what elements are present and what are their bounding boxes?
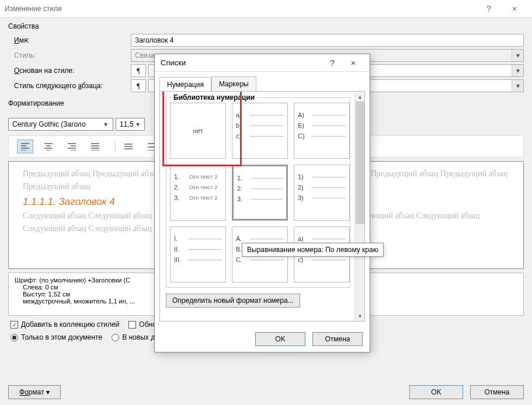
help-button[interactable]: ?: [476, 0, 502, 18]
lists-ok-button[interactable]: OK: [255, 332, 305, 346]
chevron-down-icon: ▾: [512, 50, 523, 61]
name-label: Имя:: [8, 36, 131, 44]
define-new-format-button[interactable]: Определить новый формат номера...: [166, 294, 300, 308]
only-this-doc-radio[interactable]: Только в этом документе: [11, 333, 102, 341]
lists-buttons: OK Отмена: [155, 326, 370, 352]
chevron-down-icon: ▾: [133, 120, 142, 128]
tooltip: Выравнивание номера: По левому краю: [242, 243, 384, 257]
scroll-down-icon[interactable]: ▾: [355, 311, 364, 321]
num-option-abc-paren[interactable]: a) b) c): [232, 103, 288, 159]
lists-tabs: Нумерация Маркеры: [155, 72, 370, 91]
lists-tabpanel: Библиотека нумерации нет a) b) c) A) Б) …: [159, 91, 365, 322]
num-option-123-dot[interactable]: 1. 2. 3.: [232, 165, 288, 221]
chevron-down-icon: ▾: [512, 65, 523, 76]
name-input[interactable]: Заголовок 4: [131, 34, 524, 47]
add-to-gallery-checkbox[interactable]: ✓Добавить в коллекцию стилей: [11, 320, 119, 329]
num-option-123-paren[interactable]: 1) 2) 3): [294, 165, 350, 221]
tab-numbering[interactable]: Нумерация: [159, 77, 211, 92]
num-option-123-text[interactable]: 1. Осн текст 2 2. Осн текст 2 3. Осн тек…: [170, 165, 226, 221]
format-button[interactable]: Формат ▾: [8, 385, 61, 399]
font-combo[interactable]: Century Gothic (Заголо▾: [8, 118, 113, 131]
lists-scrollbar[interactable]: ▴ ▾: [354, 92, 364, 321]
scroll-up-icon[interactable]: ▴: [355, 92, 364, 102]
ok-button[interactable]: OK: [409, 385, 463, 399]
align-justify-button[interactable]: [87, 139, 103, 153]
align-right-button[interactable]: [64, 139, 80, 153]
close-button[interactable]: ×: [502, 0, 527, 18]
tab-bullets[interactable]: Маркеры: [211, 76, 256, 91]
chevron-down-icon: ▾: [512, 80, 523, 92]
type-label: Стиль:: [8, 51, 131, 60]
library-title: Библиотека нумерации: [171, 93, 257, 102]
align-left-button[interactable]: [17, 139, 33, 153]
num-option-none[interactable]: нет: [170, 103, 226, 159]
lists-title: Списки: [161, 58, 186, 67]
lists-help-button[interactable]: ?: [322, 54, 343, 72]
chevron-down-icon: ▾: [101, 120, 110, 128]
window-title: Изменение стиля: [5, 5, 61, 13]
lists-close-button[interactable]: ×: [343, 54, 364, 72]
lists-titlebar: Списки ? ×: [155, 54, 370, 72]
bottom-bar: Формат ▾ OK Отмена: [0, 385, 532, 399]
numbering-library: Библиотека нумерации нет a) b) c) A) Б) …: [166, 97, 350, 288]
pilcrow-based-button[interactable]: ¶: [131, 64, 146, 77]
num-option-roman[interactable]: I. II. III.: [170, 226, 226, 282]
lists-cancel-button[interactable]: Отмена: [312, 332, 363, 346]
titlebar: Изменение стиля ? ×: [0, 0, 532, 18]
properties-label: Свойства: [8, 22, 524, 30]
lists-dialog: Списки ? × Нумерация Маркеры Библиотека …: [154, 54, 370, 352]
align-center-button[interactable]: [40, 139, 57, 153]
based-on-label: Основан на стиле:: [8, 67, 131, 75]
spacing-1-button[interactable]: [120, 139, 137, 153]
cancel-button[interactable]: Отмена: [470, 385, 524, 399]
next-style-label: Стиль следующего абзаца:: [8, 82, 131, 90]
pilcrow-next-button[interactable]: ¶: [131, 79, 146, 92]
size-combo[interactable]: 11,5▾: [116, 118, 145, 131]
num-option-cyr-paren[interactable]: A) Б) С): [294, 103, 350, 159]
